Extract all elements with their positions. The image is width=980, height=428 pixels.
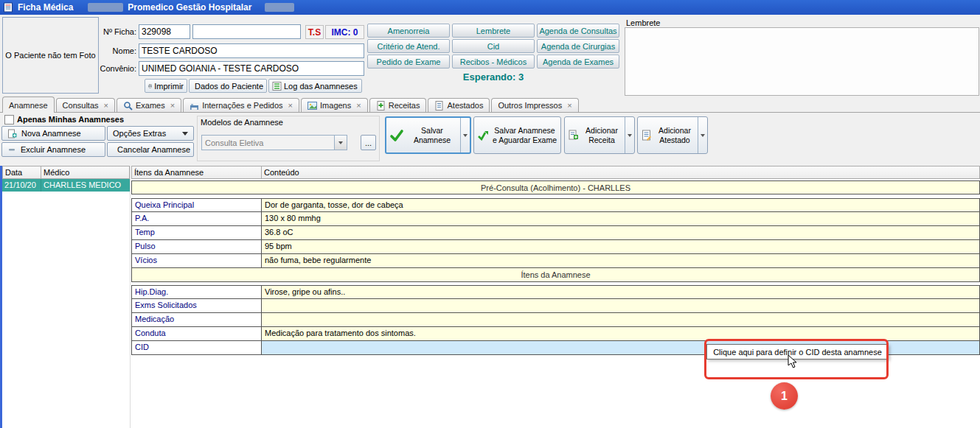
combo-arrow-button[interactable] <box>334 136 347 150</box>
lembrete-memo[interactable] <box>625 27 979 96</box>
new-document-icon <box>7 129 17 138</box>
agenda-cirurgias-button[interactable]: Agenda de Cirurgias <box>537 39 619 53</box>
tab-receitas[interactable]: Receitas <box>369 98 427 112</box>
anamnese-content-cell[interactable] <box>262 299 980 313</box>
anamnese-row-vicios[interactable]: Vícios não fuma, bebe regularmente <box>131 254 980 268</box>
anamnese-content-cell[interactable]: Virose, gripe ou afins.. <box>262 285 980 299</box>
opcoes-extras-button[interactable]: Opções Extras <box>107 126 194 141</box>
tab-close-icon[interactable]: × <box>170 101 175 110</box>
history-row-selected[interactable]: 21/10/20 CHARLLES MEDICO <box>2 179 130 192</box>
history-grid-right-border <box>130 166 131 428</box>
ficha-secondary-input[interactable] <box>192 24 301 39</box>
titlebar-app-title: Ficha Médica <box>18 2 73 13</box>
salvar-aguardar-label: Salvar Anamnese e Aguardar Exame <box>492 126 557 144</box>
dropdown-arrow-icon <box>701 134 705 139</box>
anamnese-content-cell[interactable]: Dor de garganta, tosse, dor de cabeça <box>262 198 980 212</box>
salvar-split-button[interactable] <box>460 118 470 152</box>
nova-anamnese-button[interactable]: Nova Anamnese <box>1 126 105 141</box>
atestado-split-button[interactable] <box>698 117 707 153</box>
green-check-icon <box>389 129 404 142</box>
anamnese-item-label: P.A. <box>131 212 262 226</box>
amenorreia-button[interactable]: Amenorreia <box>367 24 450 38</box>
opcoes-extras-label: Opções Extras <box>113 129 166 138</box>
ficha-medica-window: Ficha Médica Promedico Gestão Hospitalar… <box>0 0 980 428</box>
tab-label: Imagens <box>320 101 351 110</box>
tab-outros-impressos[interactable]: Outros Impressos × <box>491 98 578 112</box>
salvar-anamnese-aguardar-exame-button[interactable]: Salvar Anamnese e Aguardar Exame <box>473 116 561 154</box>
log-label: Log das Anamneses <box>284 82 358 91</box>
anamnese-row-exms-solicitados[interactable]: Exms Solicitados <box>131 299 980 313</box>
anamnese-item-label: Hip.Diag. <box>131 285 262 299</box>
lembrete-label: Lembrete <box>626 18 660 27</box>
receita-icon <box>376 101 386 110</box>
imprimir-button[interactable]: Imprimir <box>145 79 187 93</box>
modelos-group-label: Modelos de Anamnese <box>201 118 283 127</box>
pedido-exame-button[interactable]: Pedido de Exame <box>367 55 450 69</box>
app-icon <box>3 2 13 13</box>
window-left-border <box>0 166 2 428</box>
anamnese-row-temp[interactable]: Temp 36.8 oC <box>131 226 980 240</box>
col-header-itens: Ítens da Anamnese <box>131 166 262 179</box>
patient-photo-placeholder[interactable]: O Paciente não tem Foto <box>2 17 99 94</box>
dropdown-arrow-icon <box>338 141 343 147</box>
cancelar-anamnese-button[interactable]: Cancelar Anamnese <box>107 142 194 157</box>
modelos-combobox[interactable]: Consulta Eletiva <box>201 135 347 150</box>
agenda-exames-button[interactable]: Agenda de Exames <box>537 55 619 69</box>
excluir-anamnese-label: Excluir Anamnese <box>21 145 86 154</box>
cid-button[interactable]: Cid <box>452 39 535 53</box>
tab-exames[interactable]: Exames × <box>117 98 181 112</box>
receita-split-button[interactable] <box>625 117 634 153</box>
atestado-pencil-icon <box>641 130 652 141</box>
log-das-anamneses-button[interactable]: Log das Anamneses <box>268 79 362 93</box>
anamnese-row-hip-diag[interactable]: Hip.Diag. Virose, gripe ou afins.. <box>131 285 980 299</box>
adicionar-atestado-label: Adicionar Atestado <box>655 126 695 144</box>
salvar-anamnese-label: Salvar Anamnese <box>407 126 457 144</box>
adicionar-receita-button[interactable]: Adicionar Receita <box>564 116 635 154</box>
tab-consultas[interactable]: Consultas × <box>56 98 115 112</box>
tab-atestados[interactable]: Atestados <box>428 98 490 112</box>
anamnese-content-cell[interactable]: 130 x 80 mmhg <box>262 212 980 226</box>
anamnese-row-queixa-principal[interactable]: Queixa Principal Dor de garganta, tosse,… <box>131 198 980 212</box>
esperando-status: Esperando: 3 <box>367 71 619 83</box>
tab-close-icon[interactable]: × <box>288 101 293 110</box>
anamnese-content-cell[interactable] <box>262 313 980 327</box>
apenas-minhas-checkbox[interactable] <box>4 115 14 124</box>
anamnese-content-cell[interactable]: 95 bpm <box>262 240 980 254</box>
titlebar-product-title: Promedico Gestão Hospitalar <box>128 2 251 13</box>
tab-close-icon[interactable]: × <box>104 101 108 110</box>
anamnese-content-cell[interactable]: 36.8 oC <box>262 226 980 240</box>
recibos-medicos-button[interactable]: Recibos - Médicos <box>452 55 535 69</box>
criterio-atend-button[interactable]: Critério de Atend. <box>367 39 450 53</box>
anamnese-content-cell[interactable]: não fuma, bebe regularmente <box>262 254 980 268</box>
cancelar-anamnese-label: Cancelar Anamnese <box>117 145 190 154</box>
modelos-more-button[interactable]: ... <box>361 135 376 150</box>
excluir-anamnese-button[interactable]: Excluir Anamnese <box>1 142 105 157</box>
anamnese-row-pa[interactable]: P.A. 130 x 80 mmhg <box>131 212 980 226</box>
tab-anamnese[interactable]: Anamnese <box>2 97 55 113</box>
patient-panel: O Paciente não tem Foto Nº Ficha: T.S IM… <box>0 15 980 97</box>
minus-icon <box>7 145 16 154</box>
tab-label: Receitas <box>389 101 420 110</box>
dados-do-paciente-button[interactable]: Dados do Paciente <box>189 79 267 93</box>
tab-close-icon[interactable]: × <box>567 101 571 110</box>
exames-icon <box>123 101 133 110</box>
tab-internacoes-e-pedidos[interactable]: Internações e Pedidos × <box>183 98 299 112</box>
tab-imagens[interactable]: Imagens × <box>301 98 368 112</box>
tab-label: Atestados <box>447 101 483 110</box>
tab-label: Internações e Pedidos <box>202 101 282 110</box>
ficha-input[interactable] <box>139 24 190 39</box>
bed-icon <box>190 101 199 110</box>
lembrete-button[interactable]: Lembrete <box>452 24 535 38</box>
adicionar-atestado-button[interactable]: Adicionar Atestado <box>637 116 708 154</box>
anamnese-item-label: Medicação <box>131 313 262 327</box>
anamnese-row-medicacao[interactable]: Medicação <box>131 313 980 327</box>
tab-close-icon[interactable]: × <box>356 101 361 110</box>
convenio-input[interactable] <box>139 61 364 76</box>
agenda-consultas-button[interactable]: Agenda de Consultas <box>537 24 619 38</box>
anamnese-row-pulso[interactable]: Pulso 95 bpm <box>131 240 980 254</box>
salvar-anamnese-button[interactable]: Salvar Anamnese <box>385 116 471 154</box>
nome-input[interactable] <box>139 43 364 58</box>
section-header-itens-anamnese: Ítens da Anamnese <box>131 268 980 282</box>
dados-label: Dados do Paciente <box>195 82 263 91</box>
redacted-text <box>88 3 123 12</box>
